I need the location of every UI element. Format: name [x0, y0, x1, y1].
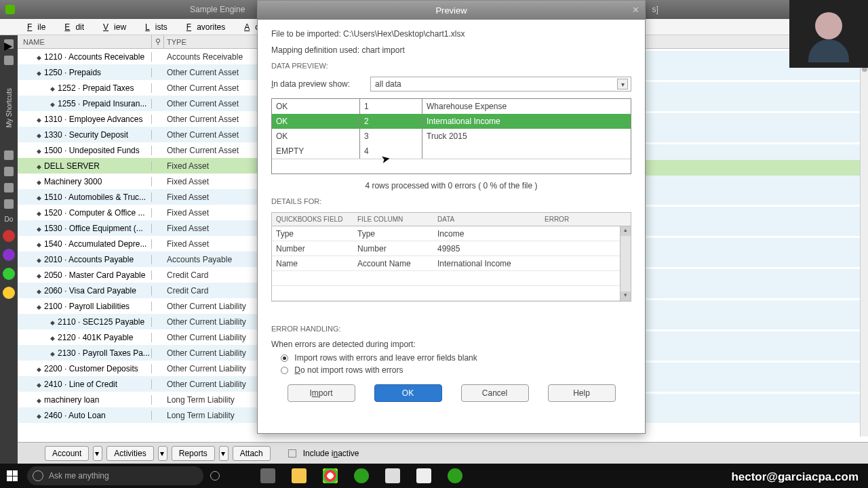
details-head-qbfield: QUICKBOOKS FIELD — [272, 213, 353, 226]
section-details: DETAILS FOR: — [271, 197, 631, 205]
search-placeholder: Ask me anything — [49, 471, 109, 481]
rows-summary: 4 rows processed with 0 errors ( 0 % of … — [271, 181, 631, 190]
app-title-left: Sample Engine — [190, 5, 245, 14]
preview-row[interactable]: EMPTY4 — [272, 144, 631, 159]
details-row[interactable]: NumberNumber49985 — [272, 241, 631, 256]
taskview-icon[interactable] — [260, 468, 275, 483]
radio-label-1: Import rows with errors and leave error … — [294, 353, 477, 363]
reports-menu-button[interactable]: Reports — [172, 446, 215, 461]
account-menu-dropdown[interactable]: ▾ — [93, 446, 102, 461]
radio-import-with-errors[interactable] — [281, 354, 288, 362]
import-button[interactable]: Import — [288, 384, 355, 402]
details-head-filecol: FILE COLUMN — [353, 213, 433, 226]
details-head-data: DATA — [433, 213, 540, 226]
preview-row[interactable]: OK1Wharehouse Expense — [272, 99, 631, 114]
details-row[interactable]: TypeTypeIncome — [272, 226, 631, 241]
app-icon[interactable] — [385, 468, 400, 483]
activities-menu-dropdown[interactable]: ▾ — [158, 446, 167, 461]
rail-icon[interactable] — [4, 199, 14, 209]
mic-icon[interactable] — [210, 471, 220, 481]
mapping-label: Mapping definition used: chart import — [271, 45, 631, 55]
ok-button[interactable]: OK — [374, 384, 442, 402]
rail-icon[interactable] — [4, 183, 14, 192]
preview-show-label: In data preview show: — [271, 79, 350, 89]
preview-dialog: Preview ✕ File to be imported: C:\Users\… — [257, 0, 646, 434]
chrome-icon[interactable] — [323, 468, 338, 483]
preview-row[interactable]: OK2International Income — [272, 114, 631, 129]
explorer-icon[interactable] — [292, 468, 307, 483]
preview-row[interactable]: OK3Truck 2015 — [272, 129, 631, 144]
file-path-label: File to be imported: C:\Users\Hex\Deskto… — [271, 29, 631, 39]
preview-grid: OK1Wharehouse ExpenseOK2International In… — [271, 98, 631, 174]
shortcut-rail: ▶ My Shortcuts Do — [0, 35, 18, 464]
menu-lists[interactable]: Lists — [134, 21, 173, 33]
menu-favorites[interactable]: Favorites — [176, 21, 231, 33]
close-icon[interactable]: ✕ — [632, 5, 639, 15]
help-button[interactable]: Help — [548, 384, 616, 402]
reports-menu-dropdown[interactable]: ▾ — [219, 446, 229, 461]
menu-file[interactable]: File — [16, 21, 51, 33]
notepad-icon[interactable] — [416, 468, 431, 483]
details-grid: QUICKBOOKS FIELD FILE COLUMN DATA ERROR … — [271, 212, 631, 302]
app-title-right: s] — [652, 5, 658, 14]
details-row[interactable]: NameAccount NameInternational Income — [272, 256, 631, 271]
rail-orb-icon[interactable] — [3, 249, 15, 261]
windows-logo-icon — [7, 470, 18, 481]
qb-logo-icon — [5, 5, 15, 14]
include-inactive-checkbox[interactable] — [288, 449, 296, 458]
radio-label-2: Do not import rows with errors — [294, 365, 403, 375]
rail-expand-icon[interactable]: ▶ — [4, 39, 14, 49]
cortana-icon — [33, 470, 43, 481]
attach-button[interactable]: Attach — [233, 446, 271, 461]
include-inactive-label: Include inactive — [303, 449, 359, 458]
rail-orb-icon[interactable] — [3, 230, 15, 242]
quickbooks-active-icon[interactable] — [448, 468, 462, 483]
start-button[interactable] — [0, 464, 24, 488]
rail-label: My Shortcuts — [5, 88, 13, 127]
header-name[interactable]: NAME — [18, 35, 152, 48]
details-scrollbar[interactable]: ▴▾ — [620, 226, 631, 301]
cortana-search[interactable]: Ask me anything — [27, 466, 203, 485]
preview-filter-combo[interactable]: all data ▾ — [370, 77, 631, 92]
rail-orb-icon[interactable] — [3, 268, 15, 280]
cancel-button[interactable]: Cancel — [461, 384, 529, 402]
chevron-down-icon: ▾ — [617, 79, 628, 89]
webcam-overlay — [789, 0, 868, 68]
rail-search-icon[interactable] — [4, 56, 14, 65]
account-menu-button[interactable]: Account — [45, 446, 89, 461]
watermark: hector@garciacpa.com — [731, 470, 859, 484]
rail-icon[interactable] — [4, 167, 14, 176]
rail-do-label: Do — [5, 216, 14, 223]
error-intro-label: When errors are detected during import: — [271, 340, 631, 349]
radio-skip-errors[interactable] — [281, 367, 288, 374]
activities-menu-button[interactable]: Activities — [106, 446, 153, 461]
dialog-title: Preview ✕ — [258, 1, 645, 20]
header-attach-icon[interactable]: ⚲ — [152, 35, 164, 48]
vertical-scrollbar[interactable] — [860, 35, 868, 436]
section-error-handling: ERROR HANDLING: — [271, 325, 631, 333]
menu-view[interactable]: View — [92, 21, 132, 33]
quickbooks-icon[interactable] — [354, 468, 369, 483]
details-head-error: ERROR — [540, 213, 631, 226]
rail-orb-icon[interactable] — [3, 287, 15, 299]
menu-edit[interactable]: Edit — [54, 21, 90, 33]
section-data-preview: DATA PREVIEW: — [271, 62, 631, 70]
list-bottom-bar: Account ▾ Activities ▾ Reports ▾ Attach … — [18, 442, 868, 464]
rail-icon[interactable] — [4, 150, 14, 160]
